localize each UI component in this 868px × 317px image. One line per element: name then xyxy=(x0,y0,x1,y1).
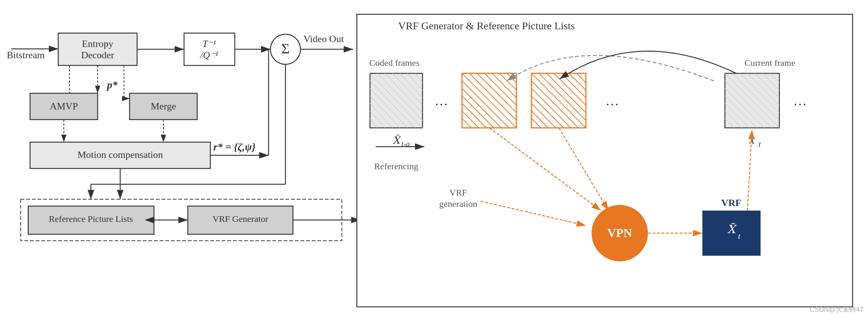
reference-picture-lists-text: Reference Picture Lists xyxy=(49,214,133,224)
motion-comp-text: Motion compensation xyxy=(77,149,163,160)
diagram-container: Bitstream Entropy Decoder T⁻¹ /Q⁻¹ Σ Vid… xyxy=(0,0,868,317)
entropy-decoder-box xyxy=(58,33,137,65)
dots-middle: … xyxy=(605,93,619,108)
sum-symbol: Σ xyxy=(281,41,290,56)
merge-text: Merge xyxy=(151,101,176,112)
video-out-label: Video Out xyxy=(303,33,344,44)
vrf-label: VRF xyxy=(721,197,741,208)
p-star-label: p* xyxy=(106,79,118,91)
referencing-label: Referencing xyxy=(374,161,418,171)
coded-frames-label: Coded frames xyxy=(369,58,420,68)
amvp-text: AMVP xyxy=(50,101,78,112)
watermark-text: CSDN@大笨钟47 xyxy=(810,305,863,314)
x-t-subscript: t xyxy=(759,140,761,148)
vrf-generator-text: VRF Generator xyxy=(213,214,269,224)
tinv-qinv-box xyxy=(184,33,235,65)
right-panel-title: VRF Generator & Reference Picture Lists xyxy=(398,20,575,32)
tinv-text: T⁻¹ xyxy=(202,38,216,49)
vrf-generation-label: VRF xyxy=(450,188,467,197)
vrf-generation-label2: generation xyxy=(439,199,477,209)
vpn-label: VPN xyxy=(607,226,632,240)
qinv-text: /Q⁻¹ xyxy=(199,50,218,61)
entropy-decoder-text1: Entropy xyxy=(82,38,113,49)
bitstream-label: Bitstream xyxy=(7,50,45,61)
r-star-label: r* = {ζ,ψ} xyxy=(213,141,256,153)
x-t-tilde-subscript: t xyxy=(738,231,741,241)
current-frame-label: Current frame xyxy=(744,58,795,68)
dots-left: … xyxy=(435,93,448,108)
dots-right: … xyxy=(793,93,807,108)
entropy-decoder-text2: Decoder xyxy=(81,50,114,61)
